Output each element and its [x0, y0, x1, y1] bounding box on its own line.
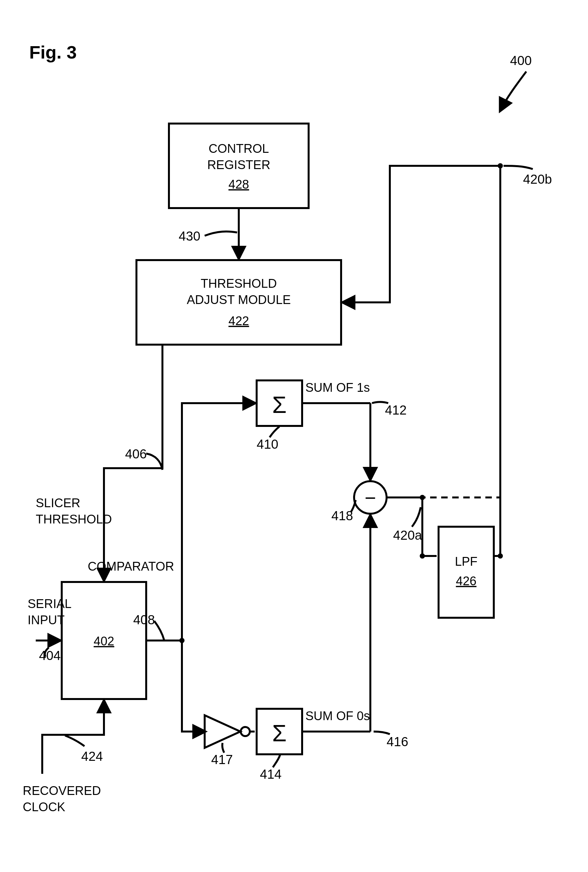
svg-text:REGISTER: REGISTER — [207, 158, 270, 172]
svg-text:420b: 420b — [523, 172, 552, 186]
svg-text:CONTROL: CONTROL — [208, 142, 269, 155]
svg-text:−: − — [364, 487, 376, 509]
svg-text:CLOCK: CLOCK — [23, 800, 65, 814]
svg-text:RECOVERED: RECOVERED — [23, 784, 101, 798]
svg-text:417: 417 — [211, 752, 233, 767]
sum0-block-ref: 414 — [260, 767, 282, 781]
diagram-canvas: Fig. 3 400 CONTROL REGISTER 428 430 THRE… — [0, 0, 588, 872]
svg-text:430: 430 — [178, 229, 201, 243]
svg-text:Σ: Σ — [272, 720, 287, 746]
error-signal-a: 420a — [387, 495, 425, 559]
svg-text:412: 412 — [385, 403, 407, 417]
sum0-signal: SUM OF 0s 416 — [302, 516, 408, 749]
serial-input: SERIAL INPUT 404 — [28, 597, 72, 663]
subtractor: − 418 — [332, 481, 387, 523]
lpf-bypass — [422, 498, 503, 559]
control-register-block: CONTROL REGISTER 428 — [169, 123, 309, 208]
figure-title: Fig. 3 — [29, 42, 76, 62]
lpf-block: LPF 426 — [422, 527, 500, 618]
svg-text:THRESHOLD: THRESHOLD — [201, 277, 277, 290]
svg-text:426: 426 — [456, 574, 476, 588]
sum-ones-block: Σ — [256, 380, 302, 426]
register-link: 430 — [178, 208, 239, 258]
svg-text:428: 428 — [228, 177, 249, 191]
svg-text:SUM OF 0s: SUM OF 0s — [305, 709, 370, 723]
comparator-label: COMPARATOR — [88, 559, 174, 573]
svg-text:420a: 420a — [393, 528, 422, 542]
svg-text:ADJUST MODULE: ADJUST MODULE — [187, 293, 291, 307]
threshold-adjust-block: THRESHOLD ADJUST MODULE 422 — [136, 260, 341, 345]
svg-text:416: 416 — [387, 734, 408, 749]
sum-zeros-block: Σ — [256, 709, 302, 754]
sum1-block-ref: 410 — [256, 437, 278, 451]
sum1-signal: SUM OF 1s 412 — [302, 381, 407, 479]
svg-text:408: 408 — [133, 613, 155, 627]
svg-text:INPUT: INPUT — [28, 613, 64, 627]
svg-text:SUM OF 1s: SUM OF 1s — [305, 381, 370, 394]
svg-text:LPF: LPF — [455, 555, 477, 568]
svg-text:THRESHOLD: THRESHOLD — [36, 513, 112, 526]
branch-to-sum0 — [182, 640, 205, 732]
comparator-block: 402 — [62, 582, 146, 699]
system-ref: 400 — [500, 53, 532, 111]
svg-text:SERIAL: SERIAL — [28, 597, 72, 610]
svg-text:418: 418 — [332, 508, 353, 523]
svg-text:422: 422 — [228, 314, 249, 328]
svg-point-11 — [498, 163, 503, 168]
branch-to-sum1 — [182, 403, 255, 640]
recovered-clock: RECOVERED CLOCK 424 — [23, 701, 104, 814]
svg-text:402: 402 — [93, 634, 114, 648]
comparator-output: 408 — [133, 613, 184, 643]
svg-rect-52 — [439, 527, 494, 618]
svg-text:SLICER: SLICER — [36, 496, 80, 510]
svg-text:406: 406 — [125, 447, 147, 461]
svg-text:424: 424 — [81, 749, 103, 764]
inverter: 417 — [205, 715, 255, 767]
svg-text:Σ: Σ — [272, 392, 287, 418]
svg-text:400: 400 — [510, 53, 532, 68]
svg-text:404: 404 — [39, 648, 61, 663]
slicer-threshold-signal: SLICER THRESHOLD 406 — [36, 345, 162, 580]
